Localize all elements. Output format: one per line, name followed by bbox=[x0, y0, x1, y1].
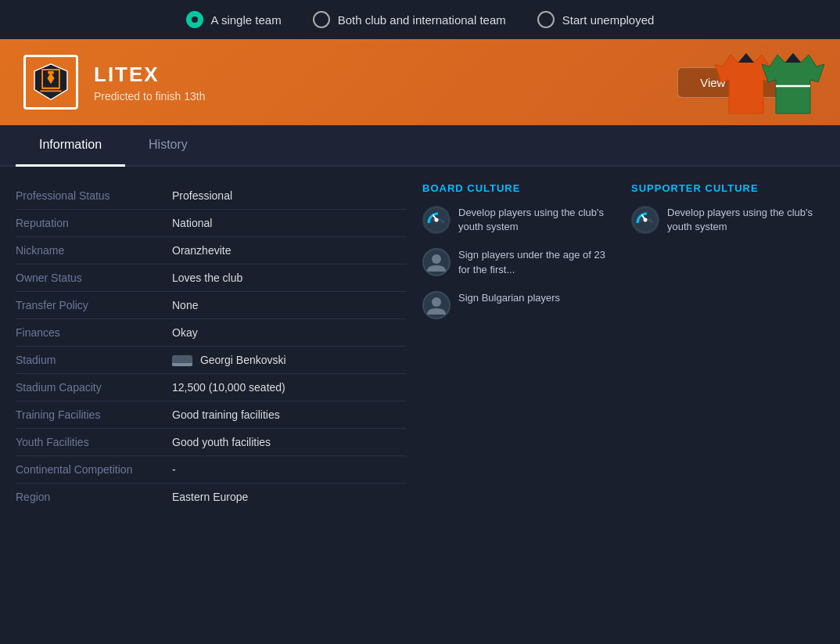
club-info: LITEX Predicted to finish 13th bbox=[94, 63, 677, 103]
label-region: Region bbox=[16, 491, 172, 503]
radio-circle-single-team[interactable] bbox=[186, 11, 203, 28]
info-row-transfer-policy: Transfer Policy None bbox=[16, 292, 407, 319]
board-person-icon-2 bbox=[422, 291, 451, 319]
value-continental: - bbox=[172, 463, 176, 476]
radio-circle-unemployed[interactable] bbox=[537, 11, 555, 28]
info-row-owner-status: Owner Status Loves the club bbox=[16, 264, 407, 292]
radio-label-both-club: Both club and international team bbox=[338, 13, 506, 27]
info-row-stadium: Stadium Georgi Benkovski bbox=[16, 347, 407, 374]
club-logo bbox=[23, 55, 78, 110]
svg-point-17 bbox=[432, 297, 441, 307]
svg-marker-9 bbox=[785, 53, 801, 63]
away-kit-icon bbox=[762, 47, 824, 117]
label-owner-status: Owner Status bbox=[16, 272, 172, 284]
main-content: Professional Status Professional Reputat… bbox=[0, 167, 840, 526]
value-professional-status: Professional bbox=[172, 189, 232, 202]
info-row-reputation: Reputation National bbox=[16, 210, 407, 237]
svg-point-20 bbox=[644, 218, 648, 222]
board-culture-text-2: Sign Bulgarian players bbox=[458, 291, 560, 305]
club-name: LITEX bbox=[94, 63, 677, 87]
label-continental: Continental Competition bbox=[16, 463, 172, 476]
value-stadium: Georgi Benkovski bbox=[172, 354, 286, 366]
label-transfer-policy: Transfer Policy bbox=[16, 299, 172, 311]
stadium-icon bbox=[172, 355, 192, 366]
tab-history[interactable]: History bbox=[125, 125, 211, 167]
svg-point-13 bbox=[435, 218, 439, 222]
label-stadium: Stadium bbox=[16, 354, 172, 366]
value-nickname: Oranzhevite bbox=[172, 244, 231, 257]
tabs-bar: Information History bbox=[0, 125, 840, 167]
info-row-youth-facilities: Youth Facilities Good youth facilities bbox=[16, 429, 407, 456]
info-row-training-facilities: Training Facilities Good training facili… bbox=[16, 401, 407, 429]
person-icon bbox=[422, 248, 451, 276]
info-row-finances: Finances Okay bbox=[16, 319, 407, 347]
tab-information[interactable]: Information bbox=[16, 125, 125, 167]
board-culture-item-2: Sign Bulgarian players bbox=[422, 291, 616, 319]
label-stadium-capacity: Stadium Capacity bbox=[16, 381, 172, 394]
supporter-culture-title: SUPPORTER CULTURE bbox=[631, 182, 824, 194]
info-row-continental: Continental Competition - bbox=[16, 456, 407, 484]
info-row-nickname: Nickname Oranzhevite bbox=[16, 237, 407, 264]
cultures-section: BOARD CULTURE Develop players using the … bbox=[422, 182, 824, 510]
board-culture-title: BOARD CULTURE bbox=[422, 182, 616, 194]
radio-label-unemployed: Start unemployed bbox=[562, 13, 655, 27]
board-meter-icon-0 bbox=[422, 206, 451, 234]
value-region: Eastern Europe bbox=[172, 491, 248, 503]
svg-point-15 bbox=[432, 254, 441, 264]
value-finances: Okay bbox=[172, 326, 198, 339]
info-row-region: Region Eastern Europe bbox=[16, 484, 407, 510]
value-reputation: National bbox=[172, 217, 212, 229]
radio-label-single-team: A single team bbox=[211, 13, 282, 27]
club-crest-icon bbox=[31, 63, 70, 102]
value-owner-status: Loves the club bbox=[172, 272, 242, 284]
value-training-facilities: Good training facilities bbox=[172, 408, 280, 421]
supporter-culture-item-0: Develop players using the club's youth s… bbox=[631, 206, 824, 234]
value-transfer-policy: None bbox=[172, 299, 198, 311]
supporter-meter-icon-0 bbox=[631, 206, 659, 234]
supporter-culture-text-0: Develop players using the club's youth s… bbox=[667, 206, 824, 234]
value-youth-facilities: Good youth facilities bbox=[172, 436, 271, 448]
label-finances: Finances bbox=[16, 326, 172, 339]
board-culture-item-0: Develop players using the club's youth s… bbox=[422, 206, 616, 234]
kit-container bbox=[715, 47, 824, 117]
radio-circle-both-club[interactable] bbox=[313, 11, 330, 28]
board-culture-col: BOARD CULTURE Develop players using the … bbox=[422, 182, 616, 510]
label-reputation: Reputation bbox=[16, 217, 172, 229]
gauge-icon bbox=[422, 206, 451, 234]
info-row-stadium-capacity: Stadium Capacity 12,500 (10,000 seated) bbox=[16, 374, 407, 401]
label-professional-status: Professional Status bbox=[16, 189, 172, 202]
value-stadium-capacity: 12,500 (10,000 seated) bbox=[172, 381, 285, 394]
label-training-facilities: Training Facilities bbox=[16, 408, 172, 421]
top-bar: A single team Both club and internationa… bbox=[0, 0, 840, 39]
board-culture-text-0: Develop players using the club's youth s… bbox=[458, 206, 616, 234]
radio-unemployed[interactable]: Start unemployed bbox=[537, 11, 655, 28]
supporter-culture-col: SUPPORTER CULTURE Develop players using … bbox=[631, 182, 824, 510]
club-prediction: Predicted to finish 13th bbox=[94, 90, 677, 103]
label-youth-facilities: Youth Facilities bbox=[16, 436, 172, 448]
radio-both-club[interactable]: Both club and international team bbox=[313, 11, 506, 28]
board-culture-text-1: Sign players under the age of 23 for the… bbox=[458, 248, 616, 276]
board-person-icon-1 bbox=[422, 248, 451, 276]
club-banner: LITEX Predicted to finish 13th View Squa… bbox=[0, 39, 840, 125]
board-culture-item-1: Sign players under the age of 23 for the… bbox=[422, 248, 616, 276]
label-nickname: Nickname bbox=[16, 244, 172, 257]
radio-single-team[interactable]: A single team bbox=[186, 11, 282, 28]
person-icon-2 bbox=[422, 291, 451, 319]
info-table: Professional Status Professional Reputat… bbox=[16, 182, 407, 510]
gauge-icon-2 bbox=[631, 206, 659, 234]
svg-rect-3 bbox=[48, 71, 53, 74]
info-row-professional-status: Professional Status Professional bbox=[16, 182, 407, 210]
svg-marker-7 bbox=[738, 53, 754, 63]
